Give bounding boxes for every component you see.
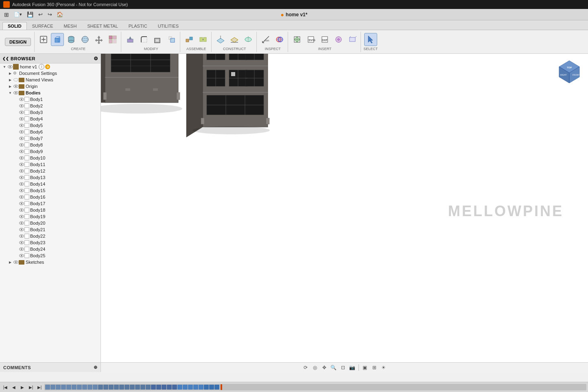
tree-arrow-doc-settings[interactable] (7, 70, 13, 76)
sphere-button[interactable] (79, 33, 92, 46)
pan-button[interactable]: ✥ (320, 364, 328, 371)
timeline-op-6[interactable] (72, 385, 77, 390)
timeline-op-2[interactable] (50, 385, 55, 390)
timeline-op-26[interactable] (177, 385, 182, 390)
insert-btn2[interactable]: SVG (304, 33, 317, 46)
insert-btn4[interactable] (332, 33, 345, 46)
pattern-button[interactable] (106, 33, 119, 46)
timeline-op-25[interactable] (172, 385, 177, 390)
check-body5[interactable] (24, 123, 29, 128)
timeline-op-10[interactable] (93, 385, 98, 390)
browser-add-icon[interactable]: ⚙ (94, 56, 98, 61)
tree-item-body21[interactable]: Body21 (0, 226, 101, 233)
redo-button[interactable]: ↪ (46, 11, 54, 18)
check-body17[interactable] (24, 201, 29, 206)
timeline-prev-button[interactable]: ◀ (10, 383, 17, 391)
check-body25[interactable] (24, 253, 29, 258)
check-body16[interactable] (24, 195, 29, 199)
tree-item-body25[interactable]: Body25 (0, 252, 101, 259)
camera-button[interactable]: 📷 (348, 364, 356, 371)
timeline-op-16[interactable] (125, 385, 129, 390)
construct-btn1[interactable] (214, 33, 227, 46)
app-menu-button[interactable]: ⊞ (2, 11, 11, 19)
tab-sheet-metal[interactable]: SHEET METAL (82, 22, 123, 30)
construct-btn2[interactable] (228, 33, 241, 46)
tree-item-body18[interactable]: Body18 (0, 207, 101, 213)
timeline-op-9[interactable] (87, 385, 92, 390)
check-body22[interactable] (24, 234, 29, 239)
timeline-op-24[interactable] (167, 385, 172, 390)
timeline-op-21[interactable] (151, 385, 156, 390)
home-button[interactable]: 🏠 (55, 10, 64, 19)
check-body12[interactable] (24, 169, 29, 173)
tree-item-body15[interactable]: Body15 (0, 187, 101, 194)
scale-button[interactable] (165, 33, 178, 46)
timeline-next-button[interactable]: ▶| (27, 383, 35, 391)
timeline-op-12[interactable] (103, 385, 108, 390)
check-body24[interactable] (24, 247, 29, 252)
tree-arrow-home[interactable] (2, 64, 7, 70)
zoom-button[interactable]: 🔍 (330, 364, 338, 371)
timeline-op-32[interactable] (209, 385, 214, 390)
timeline-op-14[interactable] (114, 385, 119, 390)
browser-collapse-icon[interactable]: ❮❮ (2, 57, 9, 61)
tree-item-body2[interactable]: Body2 (0, 103, 101, 109)
tree-item-origin[interactable]: Origin (0, 83, 101, 90)
check-body23[interactable] (24, 240, 29, 245)
file-menu-button[interactable]: 📄▾ (12, 11, 24, 18)
tree-item-body23[interactable]: Body23 (0, 239, 101, 246)
tree-item-body13[interactable]: Body13 (0, 174, 101, 181)
timeline-play-button[interactable]: ▶ (19, 383, 26, 391)
tree-arrow-origin[interactable] (7, 83, 13, 89)
timeline-op-5[interactable] (66, 385, 71, 390)
timeline-track[interactable] (44, 384, 586, 390)
comments-expand-icon[interactable]: ⊕ (94, 365, 98, 370)
fillet-button[interactable] (138, 33, 151, 46)
timeline-end-button[interactable]: ▶| (36, 383, 43, 391)
tree-item-body3[interactable]: Body3 (0, 109, 101, 116)
check-body10[interactable] (24, 155, 29, 160)
orbit-button[interactable]: ⟳ (302, 364, 310, 371)
check-body20[interactable] (24, 221, 29, 226)
tree-item-body24[interactable]: Body24 (0, 246, 101, 252)
tab-solid[interactable]: SOLID (2, 22, 27, 30)
env-button[interactable]: ☀ (380, 364, 388, 371)
assemble-btn1[interactable] (183, 33, 196, 46)
viewport[interactable]: MELLOWPINE TOP FRONT RIGHT ⟳ ◎ ✥ 🔍 ⊡ 📷 (101, 54, 588, 372)
check-body18[interactable] (24, 208, 29, 212)
tree-item-named-views[interactable]: Named Views (0, 77, 101, 83)
timeline-op-8[interactable] (82, 385, 87, 390)
press-pull-button[interactable] (124, 33, 137, 46)
check-body15[interactable] (24, 188, 29, 193)
measure-button[interactable]: mm (259, 33, 272, 46)
timeline-op-23[interactable] (162, 385, 166, 390)
timeline-op-33[interactable] (214, 385, 219, 390)
tree-item-body20[interactable]: Body20 (0, 220, 101, 226)
tree-item-body16[interactable]: Body16 (0, 194, 101, 200)
box-button[interactable] (51, 33, 64, 46)
check-body4[interactable] (24, 116, 29, 121)
new-component-button[interactable] (37, 33, 50, 46)
display-mode-button[interactable]: ▣ (361, 364, 369, 371)
tab-plastic[interactable]: PLASTIC (123, 22, 153, 30)
tree-item-body11[interactable]: Body11 (0, 161, 101, 168)
check-body8[interactable] (24, 142, 29, 147)
design-button[interactable]: DESIGN (5, 38, 31, 46)
check-body6[interactable] (24, 129, 29, 134)
inspect-btn2[interactable] (273, 33, 286, 46)
timeline-op-4[interactable] (61, 385, 66, 390)
select-button[interactable] (364, 33, 377, 46)
tree-item-body22[interactable]: Body22 (0, 233, 101, 239)
grid-button[interactable]: ⊞ (370, 364, 378, 371)
check-body1[interactable] (24, 97, 29, 102)
timeline-op-27[interactable] (183, 385, 188, 390)
timeline-op-1[interactable] (45, 385, 50, 390)
timeline-op-17[interactable] (130, 385, 135, 390)
timeline-op-20[interactable] (146, 385, 151, 390)
tree-item-body10[interactable]: Body10 (0, 155, 101, 161)
timeline-op-13[interactable] (109, 385, 114, 390)
tree-item-body9[interactable]: Body9 (0, 148, 101, 155)
tab-utilities[interactable]: UTILITIES (153, 22, 184, 30)
tree-item-body19[interactable]: Body19 (0, 213, 101, 220)
construct-btn3[interactable] (242, 33, 255, 46)
